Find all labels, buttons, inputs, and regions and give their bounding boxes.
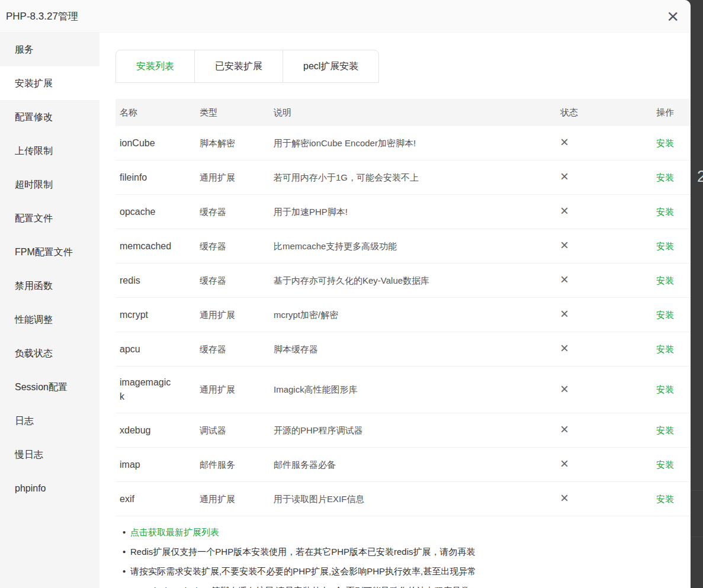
- extension-type: 调试器: [195, 423, 269, 438]
- column-header-desc: 说明: [269, 107, 560, 118]
- dialog-header: PHP-8.3.27管理 ×: [0, 0, 691, 33]
- note-item: • Redis扩展仅支持一个PHP版本安装使用，若在其它PHP版本已安装redi…: [123, 542, 691, 561]
- not-installed-icon: ×: [560, 306, 569, 322]
- status-cell: ×: [560, 341, 655, 357]
- not-installed-icon: ×: [560, 134, 569, 150]
- action-cell: 安装: [655, 308, 691, 322]
- install-button[interactable]: 安装: [656, 172, 674, 182]
- install-button[interactable]: 安装: [656, 241, 674, 251]
- notes-list: • 点击获取最新扩展列表 • Redis扩展仅支持一个PHP版本安装使用，若在其…: [115, 522, 691, 588]
- table-row: mcrypt 通用扩展 mcrypt加密/解密 × 安装: [115, 298, 691, 332]
- not-installed-icon: ×: [560, 455, 569, 471]
- install-button[interactable]: 安装: [656, 310, 674, 320]
- sidebar-item[interactable]: 配置文件: [0, 201, 99, 235]
- not-installed-icon: ×: [560, 381, 569, 397]
- note-text: Redis扩展仅支持一个PHP版本安装使用，若在其它PHP版本已安装redis扩…: [130, 542, 476, 561]
- column-header-type: 类型: [195, 107, 269, 118]
- note-text[interactable]: 点击获取最新扩展列表: [130, 522, 219, 542]
- extension-name: exif: [115, 492, 195, 506]
- sidebar-item[interactable]: FPM配置文件: [0, 235, 99, 269]
- tab[interactable]: 安装列表: [116, 50, 194, 82]
- install-button[interactable]: 安装: [656, 460, 674, 470]
- action-cell: 安装: [655, 205, 691, 219]
- main-content: 安装列表 已安装扩展 pecl扩展安装 名称 类型 说明 状态 操作 ion: [99, 33, 691, 588]
- tab[interactable]: pecl扩展安装: [283, 50, 378, 82]
- table-row: apcu 缓存器 脚本缓存器 × 安装: [115, 332, 691, 367]
- note-item: • 点击获取最新扩展列表: [123, 522, 691, 542]
- extension-name: memcached: [115, 239, 195, 253]
- extension-type: 缓存器: [195, 342, 269, 356]
- not-installed-icon: ×: [560, 421, 569, 437]
- column-header-status: 状态: [560, 107, 655, 118]
- status-cell: ×: [560, 307, 655, 323]
- not-installed-icon: ×: [560, 237, 569, 253]
- table-row: imap 邮件服务 邮件服务器必备 × 安装: [115, 448, 691, 482]
- sidebar-item[interactable]: 上传限制: [0, 134, 99, 168]
- column-header-name: 名称: [115, 107, 195, 118]
- sidebar-item[interactable]: 配置修改: [0, 100, 99, 134]
- install-button[interactable]: 安装: [656, 425, 674, 435]
- sidebar: 服务 安装扩展 配置修改 上传限制 超时限制 配置文件 FPM配置文件 禁用函数…: [0, 33, 99, 588]
- extension-description: 用于解密ionCube Encoder加密脚本!: [269, 136, 560, 150]
- extension-name: opcache: [115, 205, 195, 219]
- status-cell: ×: [560, 272, 655, 288]
- extension-type: 通用扩展: [195, 308, 269, 322]
- extension-type: 邮件服务: [195, 458, 269, 472]
- extension-type: 缓存器: [195, 239, 269, 253]
- sidebar-item[interactable]: 慢日志: [0, 438, 99, 471]
- extension-type: 缓存器: [195, 274, 269, 288]
- tab-bar: 安装列表 已安装扩展 pecl扩展安装: [115, 50, 379, 83]
- install-button[interactable]: 安装: [656, 138, 674, 148]
- tab[interactable]: 已安装扩展: [194, 50, 283, 82]
- extension-type: 缓存器: [195, 205, 269, 219]
- action-cell: 安装: [655, 458, 691, 472]
- close-icon[interactable]: ×: [667, 6, 679, 26]
- table-row: ionCube 脚本解密 用于解密ionCube Encoder加密脚本! × …: [115, 126, 691, 160]
- note-text: 请按实际需求安装扩展,不要安装不必要的PHP扩展,这会影响PHP执行效率,甚至出…: [130, 561, 476, 581]
- extension-name: xdebug: [115, 423, 195, 438]
- action-cell: 安装: [655, 492, 691, 506]
- extension-description: 若可用内存小于1G，可能会安装不上: [269, 171, 560, 185]
- status-cell: ×: [560, 491, 655, 507]
- sidebar-item[interactable]: phpinfo: [0, 471, 99, 505]
- extension-description: 基于内存亦可持久化的Key-Value数据库: [269, 274, 560, 288]
- extension-description: Imagick高性能图形库: [269, 383, 560, 397]
- extension-name: imagemagick: [115, 375, 195, 404]
- action-cell: 安装: [655, 383, 691, 397]
- sidebar-item[interactable]: 负载状态: [0, 336, 99, 370]
- sidebar-item[interactable]: 日志: [0, 404, 99, 438]
- table-row: redis 缓存器 基于内存亦可持久化的Key-Value数据库 × 安装: [115, 264, 691, 298]
- table-row: imagemagick 通用扩展 Imagick高性能图形库 × 安装: [115, 367, 691, 413]
- action-cell: 安装: [655, 274, 691, 288]
- extension-name: redis: [115, 274, 195, 288]
- install-button[interactable]: 安装: [656, 384, 674, 394]
- dialog-title: PHP-8.3.27管理: [6, 9, 78, 23]
- sidebar-item[interactable]: 性能调整: [0, 303, 99, 336]
- install-button[interactable]: 安装: [656, 275, 674, 285]
- backdrop-row-line: [691, 490, 703, 491]
- table-row: opcache 缓存器 用于加速PHP脚本! × 安装: [115, 195, 691, 229]
- sidebar-item[interactable]: 安装扩展: [0, 66, 99, 100]
- extension-description: 用于读取图片EXIF信息: [269, 492, 560, 506]
- bullet-icon: •: [123, 542, 130, 561]
- install-button[interactable]: 安装: [656, 344, 674, 354]
- table-header-row: 名称 类型 说明 状态 操作: [115, 99, 691, 126]
- sidebar-item[interactable]: Session配置: [0, 370, 99, 404]
- note-item: • opcache/xcache/apc等脚本缓存扩展,请只安装其中1个,否则可…: [123, 581, 691, 588]
- install-button[interactable]: 安装: [656, 207, 674, 217]
- extension-description: 邮件服务器必备: [269, 458, 560, 472]
- extension-type: 通用扩展: [195, 171, 269, 185]
- backdrop-row-line: [691, 536, 703, 537]
- status-cell: ×: [560, 204, 655, 220]
- sidebar-item[interactable]: 禁用函数: [0, 269, 99, 303]
- extension-description: 比memcache支持更多高级功能: [269, 239, 560, 253]
- extension-name: fileinfo: [115, 171, 195, 185]
- extension-name: apcu: [115, 342, 195, 356]
- extension-description: 脚本缓存器: [269, 342, 560, 356]
- sidebar-item[interactable]: 服务: [0, 33, 99, 66]
- install-button[interactable]: 安装: [656, 494, 674, 504]
- sidebar-item[interactable]: 超时限制: [0, 168, 99, 201]
- table-row: exif 通用扩展 用于读取图片EXIF信息 × 安装: [115, 482, 691, 516]
- extension-name: ionCube: [115, 136, 195, 150]
- note-text: opcache/xcache/apc等脚本缓存扩展,请只安装其中1个,否则可能导…: [130, 581, 470, 588]
